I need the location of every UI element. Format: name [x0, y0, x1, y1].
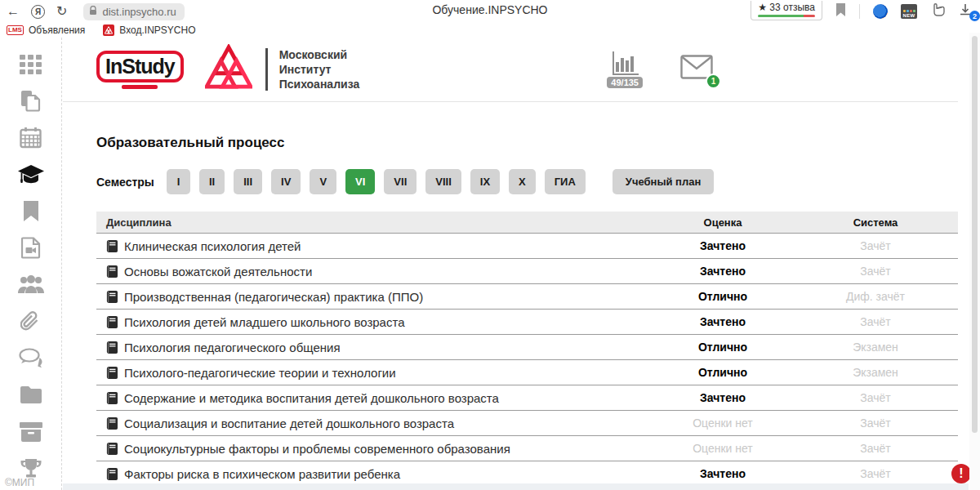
bookmark-login-inpsycho[interactable]: Вход.INPSYCHO — [103, 24, 195, 36]
grade-value: Отлично — [653, 290, 793, 303]
semester-button-ii[interactable]: II — [199, 169, 225, 194]
graduation-cap-icon — [17, 164, 45, 189]
bookmark-announcements[interactable]: LMS Объявления — [7, 24, 85, 36]
table-row[interactable]: Производственная (педагогическая) практи… — [96, 284, 958, 310]
new-badge: NEW — [903, 13, 915, 19]
page-title: Образовательный процесс — [96, 135, 958, 151]
browser-profile-icon[interactable]: Я — [31, 5, 45, 19]
grade-system: Экзамен — [793, 366, 958, 379]
semester-button-viii[interactable]: VIII — [425, 169, 461, 194]
book-icon — [106, 417, 118, 430]
table-row[interactable]: Содержание и методика воспитания детей д… — [96, 385, 958, 411]
grade-system: Диф. зачёт — [793, 290, 958, 303]
extension-hand-icon[interactable] — [930, 2, 946, 20]
grade-system: Зачёт — [793, 239, 958, 252]
sidebar-item-archive[interactable] — [17, 421, 45, 445]
downloads-button[interactable]: 2 — [959, 3, 975, 20]
table-row[interactable]: Социализация и воспитание детей дошкольн… — [96, 411, 958, 436]
table-row[interactable]: Психология педагогического общения Отлич… — [96, 335, 958, 360]
grade-system: Зачёт — [793, 416, 958, 430]
discipline-name: Клиническая психология детей — [124, 239, 301, 253]
instudy-logo[interactable]: InStudy — [96, 51, 184, 89]
sidebar-item-groups[interactable] — [17, 274, 45, 298]
apps-grid-icon — [20, 55, 42, 78]
refresh-icon[interactable]: ↻ — [56, 5, 67, 18]
semester-button-учебный-план[interactable]: Учебный план — [612, 169, 714, 194]
grade-value: Зачтено — [653, 467, 793, 480]
book-icon — [106, 468, 118, 480]
discipline-name: Основы вожатской деятельности — [124, 265, 312, 278]
table-row[interactable]: Клиническая психология детей Зачтено Зач… — [96, 234, 958, 259]
grade-value: Оценки нет — [653, 442, 793, 455]
bookmarks-bar: LMS Объявления Вход.INPSYCHO — [0, 23, 980, 38]
grade-value: Отлично — [653, 366, 793, 379]
back-icon[interactable]: ← — [7, 5, 20, 18]
scrollbar-thumb[interactable] — [972, 36, 978, 433]
site-header: InStudy Московский Институт Психоанализа — [63, 38, 958, 102]
sidebar-item-calendar[interactable] — [17, 127, 45, 151]
grade-value: Зачтено — [653, 391, 793, 404]
grades-table: Дисциплина Оценка Система Клиническая пс… — [96, 212, 958, 487]
copyright-label: ©МИП — [5, 477, 34, 488]
folder-icon — [20, 385, 42, 408]
documents-icon — [20, 90, 42, 115]
grade-value: Зачтено — [653, 315, 793, 328]
institute-logo-icon — [205, 44, 252, 95]
grade-system: Зачёт — [793, 391, 958, 404]
grade-system: Зачёт — [793, 442, 958, 455]
bookmark-flag-icon[interactable] — [835, 3, 846, 20]
semester-buttons: IIIIIIIVVVIVIIVIIIIXXГИАУчебный план — [167, 169, 714, 194]
progress-count-badge: 49/135 — [607, 77, 643, 88]
page-scrollbar[interactable] — [969, 33, 980, 490]
grade-system: Экзамен — [793, 341, 958, 354]
semester-button-гиа[interactable]: ГИА — [545, 169, 586, 194]
extension-new-icon[interactable]: NEW — [901, 4, 917, 19]
url-text: dist.inpsycho.ru — [102, 6, 176, 18]
progress-stats-button[interactable]: 49/135 — [607, 51, 643, 88]
sidebar-item-attachments[interactable] — [17, 311, 45, 335]
semester-button-iv[interactable]: IV — [271, 169, 301, 194]
grade-value: Зачтено — [653, 239, 793, 252]
sidebar-item-documents[interactable] — [17, 91, 45, 114]
app-sidebar: ©МИП — [0, 38, 62, 490]
toolbar-separator — [859, 4, 860, 19]
sidebar-item-files[interactable] — [17, 385, 45, 408]
sidebar-item-bookmarks[interactable] — [17, 201, 45, 225]
bookmark-icon — [23, 201, 39, 225]
table-row[interactable]: Психолого-педагогические теории и технол… — [96, 360, 958, 385]
lms-logo-icon: LMS — [7, 25, 24, 35]
semester-button-x[interactable]: X — [509, 169, 536, 194]
column-header-grade: Оценка — [653, 216, 793, 229]
sidebar-item-video[interactable] — [17, 238, 45, 261]
column-header-discipline: Дисциплина — [96, 216, 653, 229]
grade-system: Зачёт — [793, 265, 958, 278]
discipline-name: Социокультурные факторы и проблемы совре… — [124, 442, 510, 456]
discipline-name: Психология педагогического общения — [124, 341, 341, 354]
semester-button-i[interactable]: I — [167, 169, 190, 194]
semester-button-v[interactable]: V — [310, 169, 336, 194]
semester-button-ix[interactable]: IX — [470, 169, 500, 194]
unread-mail-badge: 1 — [706, 74, 721, 89]
grade-value: Оценки нет — [653, 416, 793, 430]
book-icon — [106, 443, 118, 455]
table-row[interactable]: Социокультурные факторы и проблемы совре… — [96, 436, 958, 461]
semester-button-iii[interactable]: III — [234, 169, 262, 194]
discipline-name: Психолого-педагогические теории и технол… — [124, 366, 396, 380]
alert-exclamation-icon[interactable]: ! — [951, 464, 971, 483]
book-icon — [106, 240, 118, 252]
sidebar-item-messages[interactable] — [17, 348, 45, 372]
institute-name: Московский Институт Психоанализа — [279, 47, 360, 92]
semester-button-vii[interactable]: VII — [384, 169, 416, 194]
column-header-system: Система — [793, 216, 958, 229]
mail-button[interactable]: 1 — [680, 55, 713, 82]
table-row[interactable]: Психология детей младшего школьного возр… — [96, 310, 958, 335]
book-icon — [106, 265, 118, 278]
semester-button-vi[interactable]: VI — [345, 169, 375, 194]
table-row[interactable]: Основы вожатской деятельности Зачтено За… — [96, 259, 958, 284]
site-reviews-widget[interactable]: ★ 33 отзыва — [751, 1, 822, 20]
grade-system: Зачёт — [793, 315, 958, 328]
extension-browser-icon[interactable] — [873, 4, 888, 19]
sidebar-item-education-active[interactable] — [17, 164, 45, 188]
sidebar-item-apps[interactable] — [17, 54, 45, 78]
address-bar[interactable]: dist.inpsycho.ru — [83, 3, 184, 20]
